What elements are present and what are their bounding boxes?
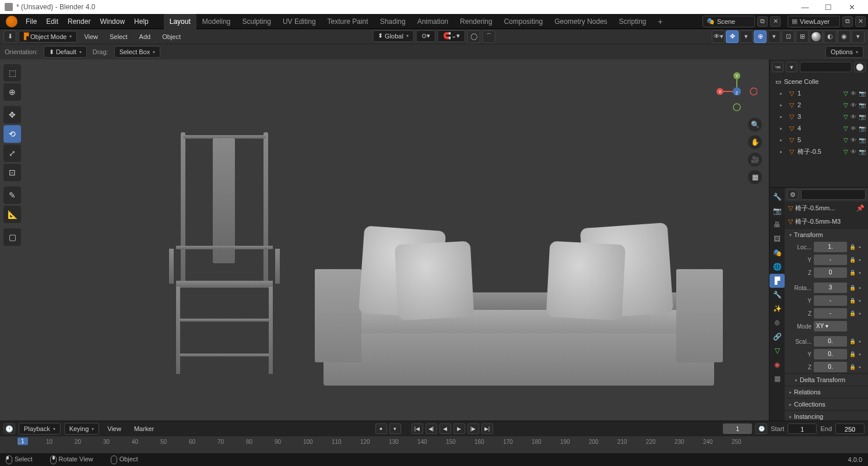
pan-icon[interactable]: ✋ — [748, 135, 762, 149]
scale-z[interactable]: 0. — [814, 362, 847, 372]
xray-icon[interactable]: ⊡ — [782, 30, 795, 43]
props-search[interactable] — [801, 189, 866, 200]
ptab-tool[interactable]: 🔧 — [769, 190, 785, 204]
proportional-curve-icon[interactable]: ⌒ — [483, 30, 496, 43]
loc-x[interactable]: 1. — [814, 242, 847, 252]
lock-icon[interactable]: 🔒 — [849, 364, 856, 370]
tool-measure[interactable]: 📐 — [3, 206, 21, 223]
scene-delete-button[interactable]: ✕ — [770, 16, 781, 27]
menu-file[interactable]: File — [21, 14, 41, 29]
ptab-constraint[interactable]: 🔗 — [769, 330, 785, 344]
timeline-editor-icon[interactable]: 🕐 — [3, 423, 15, 434]
play-icon[interactable]: ▶ — [454, 423, 465, 434]
viewlayer-selector[interactable]: ▦ViewLayer — [788, 16, 840, 27]
proportional-edit-icon[interactable]: ◯ — [468, 30, 480, 43]
ptab-output[interactable]: 🖶 — [769, 218, 785, 232]
gizmo-toggle-icon[interactable]: ✥ — [726, 30, 739, 43]
ptab-particle[interactable]: ✨ — [769, 302, 785, 316]
drag-value[interactable]: Select Box — [114, 46, 161, 58]
ptab-world[interactable]: 🌐 — [769, 260, 785, 274]
tab-sculpting[interactable]: Sculpting — [237, 14, 277, 29]
scene-collection[interactable]: ▭Scene Colle — [772, 76, 866, 87]
loc-z[interactable]: 0 — [814, 267, 847, 278]
menu-window[interactable]: Window — [95, 14, 129, 29]
menu-render[interactable]: Render — [63, 14, 95, 29]
outliner-item[interactable]: ▸▽4▽ 👁 📷 — [772, 122, 866, 134]
outliner-item[interactable]: ▸▽椅子-0.5▽ 👁 📷 — [772, 146, 866, 157]
rot-y[interactable]: - — [814, 295, 847, 306]
lock-icon[interactable]: 🔒 — [849, 285, 856, 291]
timeline-marker[interactable]: Marker — [129, 424, 159, 433]
play-reverse-icon[interactable]: ◀ — [440, 423, 451, 434]
lock-icon[interactable]: 🔒 — [849, 270, 856, 276]
scene-new-button[interactable]: ⧉ — [757, 16, 768, 27]
tool-rotate[interactable]: ⟲ — [3, 125, 21, 143]
overlay-toggle-icon[interactable]: ⊕ — [754, 30, 767, 43]
props-editor-icon[interactable]: ⚙ — [787, 189, 799, 200]
autokey-icon[interactable]: ● — [375, 423, 387, 434]
shading-material-icon[interactable]: ◐ — [824, 30, 837, 43]
jump-end-icon[interactable]: ▶| — [482, 423, 493, 434]
loc-y[interactable]: - — [814, 255, 847, 265]
ptab-render[interactable]: 📷 — [769, 204, 785, 218]
minimize-button[interactable]: — — [793, 3, 817, 12]
3d-viewport[interactable]: ⬚ ⊕ ✥ ⟲ ⤢ ⊡ ✎ 📐 ▢ Y X Z 🔍 — [0, 59, 769, 421]
rot-x[interactable]: 3 — [814, 283, 847, 293]
object-menu[interactable]: Object — [157, 32, 185, 41]
tab-shading[interactable]: Shading — [374, 14, 412, 29]
start-frame[interactable]: 1 — [788, 423, 817, 434]
keyframe-prev-icon[interactable]: ◀| — [426, 423, 437, 434]
outliner-item[interactable]: ▸▽1▽ 👁 📷 — [772, 87, 866, 99]
orientation-value[interactable]: ⬍Default — [44, 46, 87, 58]
tool-select-box[interactable]: ⬚ — [3, 64, 21, 82]
editor-type-icon[interactable]: ⬇ — [3, 30, 16, 43]
timeline-ruler[interactable]: 1 11020304050607080901001101201301401501… — [0, 436, 868, 453]
end-frame[interactable]: 250 — [835, 423, 865, 434]
close-button[interactable]: ✕ — [840, 3, 863, 12]
autokey-dd[interactable]: ▾ — [389, 423, 401, 434]
lock-icon[interactable]: 🔒 — [849, 310, 856, 316]
keying-menu[interactable]: Keying — [64, 423, 100, 435]
add-menu[interactable]: Add — [135, 32, 156, 41]
lock-icon[interactable]: 🔒 — [849, 257, 856, 263]
select-menu[interactable]: Select — [105, 32, 132, 41]
ptab-object[interactable]: ▛ — [769, 274, 785, 288]
clock-icon[interactable]: 🕐 — [755, 423, 767, 434]
ptab-texture[interactable]: ▦ — [769, 372, 785, 386]
shading-rendered-icon[interactable]: ◉ — [838, 30, 851, 43]
view-menu[interactable]: View — [79, 32, 103, 41]
ptab-material[interactable]: ◉ — [769, 358, 785, 372]
keyframe-next-icon[interactable]: |▶ — [468, 423, 479, 434]
playback-menu[interactable]: Playback — [19, 423, 61, 435]
panel-instancing[interactable]: Instancing — [785, 411, 868, 421]
tab-layout[interactable]: Layout — [164, 14, 196, 29]
mode-selector[interactable]: ▛Object Mode — [19, 31, 77, 43]
tab-modeling[interactable]: Modeling — [196, 14, 237, 29]
breadcrumb[interactable]: ▽椅子-0.5mm...📌 — [785, 202, 868, 215]
tab-compositing[interactable]: Compositing — [498, 14, 549, 29]
options-menu[interactable]: Options — [825, 46, 863, 58]
tool-transform[interactable]: ⊡ — [3, 164, 21, 181]
ptab-modifier[interactable]: 🔧 — [769, 288, 785, 302]
timeline-view[interactable]: View — [103, 424, 126, 433]
lock-icon[interactable]: 🔒 — [849, 351, 856, 357]
outliner-item[interactable]: ▸▽2▽ 👁 📷 — [772, 99, 866, 111]
scale-y[interactable]: 0. — [814, 349, 847, 359]
tool-add-cube[interactable]: ▢ — [3, 228, 21, 246]
panel-delta[interactable]: Delta Transform — [785, 374, 868, 386]
panel-transform[interactable]: Transform — [785, 229, 868, 241]
lock-icon[interactable]: 🔒 — [849, 338, 856, 344]
shading-options-icon[interactable]: ▾ — [852, 30, 865, 43]
layer-new-button[interactable]: ⧉ — [842, 16, 853, 27]
maximize-button[interactable]: ☐ — [817, 3, 840, 12]
tab-animation[interactable]: Animation — [412, 14, 454, 29]
tab-rendering[interactable]: Rendering — [454, 14, 498, 29]
lock-icon[interactable]: 🔒 — [849, 298, 856, 303]
outliner-item[interactable]: ▸▽3▽ 👁 📷 — [772, 111, 866, 122]
snap-selector[interactable]: 🧲⌄▾ — [438, 30, 465, 42]
current-frame[interactable]: 1 — [723, 423, 752, 434]
ptab-scene[interactable]: 🎭 — [769, 246, 785, 260]
viewport-canvas[interactable] — [0, 59, 769, 421]
jump-start-icon[interactable]: |◀ — [412, 423, 423, 434]
outliner-filter-icon[interactable]: ⚪ — [854, 62, 866, 72]
